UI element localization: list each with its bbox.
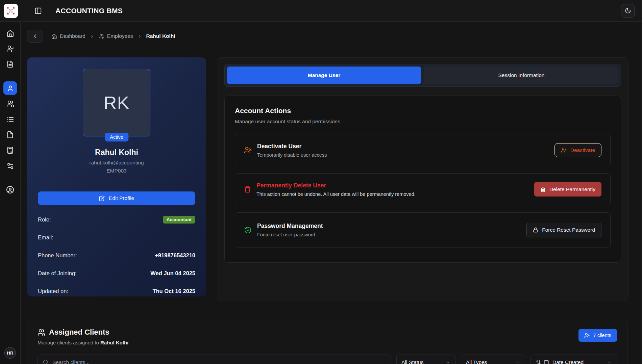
lock-icon (533, 227, 538, 233)
detail-label: Role: (38, 216, 51, 223)
chevron-right-icon (137, 34, 142, 39)
action-title: Permanently Delete User (256, 182, 416, 189)
chevron-down-icon (515, 360, 520, 364)
employee-profile-card: RK Active Rahul Kolhi rahul.kolhi@accoun… (27, 57, 206, 296)
user-x-icon (244, 146, 252, 154)
user-icon (6, 84, 14, 92)
client-search-input[interactable] (52, 359, 386, 364)
action-row-deactivate: Deactivate User Temporarily disable user… (235, 134, 611, 166)
subtitle-prefix: Manage clients assigned to (38, 340, 100, 345)
action-description: Temporarily disable user access (257, 152, 327, 158)
breadcrumb-item-dashboard[interactable]: Dashboard (51, 33, 85, 39)
detail-value: +919876543210 (155, 252, 195, 259)
trash-icon (540, 187, 546, 192)
clients-count-label: 7 clients (593, 333, 611, 338)
detail-label: Date of Joining: (38, 270, 77, 277)
trash-icon (244, 186, 251, 193)
user-check-icon (6, 45, 14, 53)
reset-button-label: Force Reset Password (542, 227, 595, 233)
breadcrumb-label: Employees (107, 33, 133, 39)
manage-user-panel: Manage User Session Information Account … (217, 57, 628, 301)
header-divider (49, 6, 49, 15)
file-text-icon (6, 60, 14, 68)
detail-row-updated-on: Updated on: Thu Oct 16 2025 (38, 287, 195, 295)
status-filter-label: All Status (401, 359, 423, 364)
avatar-initials: RK (103, 92, 129, 113)
deactivate-button[interactable]: Deactivate (554, 143, 601, 157)
top-header: ACCOUNTING BMS (0, 0, 642, 22)
file-icon (6, 131, 14, 138)
breadcrumb-label: Dashboard (60, 33, 85, 39)
edit-icon (99, 196, 105, 201)
app-root: ACCOUNTING BMS (0, 0, 642, 364)
sidebar-toggle-button[interactable] (32, 5, 44, 17)
status-filter-select[interactable]: All Status (396, 355, 455, 364)
action-description: Force reset user password (257, 232, 323, 237)
rotate-ccw-icon (244, 226, 252, 234)
settings-sliders-icon (6, 162, 14, 170)
clients-controls: All Status All Types (38, 355, 617, 364)
sidebar-item-user-active[interactable] (3, 81, 17, 95)
assigned-clients-subtitle: Manage clients assigned to Rahul Kolhi (38, 340, 128, 345)
back-button[interactable] (27, 30, 43, 43)
search-icon (43, 359, 49, 364)
list-icon (6, 115, 14, 123)
action-description: This action cannot be undone. All user d… (256, 191, 416, 197)
app-logo-icon (4, 4, 18, 18)
sidebar-item-users[interactable] (3, 97, 17, 110)
role-badge: Accountant (163, 216, 195, 224)
action-row-password: Password Management Force reset user pas… (235, 212, 611, 248)
tab-session-information[interactable]: Session Information (424, 67, 618, 84)
sidebar-item-file-text[interactable] (3, 57, 17, 71)
sidebar-item-file[interactable] (3, 128, 17, 141)
force-reset-password-button[interactable]: Force Reset Password (526, 223, 601, 237)
chevron-right-icon (90, 34, 95, 39)
home-icon (6, 29, 14, 37)
sidebar-item-settings[interactable] (3, 159, 17, 173)
detail-label: Email: (38, 234, 53, 241)
edit-profile-button[interactable]: Edit Profile (38, 191, 195, 205)
sidebar-item-calculator[interactable] (3, 144, 17, 157)
action-row-delete: Permanently Delete User This action cann… (235, 173, 611, 205)
user-x-icon (561, 147, 567, 153)
detail-row-role: Role: Accountant (38, 215, 195, 224)
type-filter-select[interactable]: All Types (461, 355, 525, 364)
detail-value: Thu Oct 16 2025 (152, 288, 195, 294)
breadcrumb: Dashboard Employees Rahul Kolhi (51, 33, 175, 39)
action-title: Deactivate User (257, 143, 327, 150)
users-icon (99, 33, 104, 39)
action-title: Password Management (257, 223, 323, 230)
home-icon (51, 33, 57, 39)
delete-button-label: Delete Permanently (549, 186, 595, 192)
action-rows: Deactivate User Temporarily disable user… (235, 134, 611, 248)
employee-id: EMP003 (38, 168, 195, 174)
tablist: Manage User Session Information (224, 64, 621, 87)
sort-select[interactable]: Date Created (530, 355, 617, 364)
status-badge: Active (105, 133, 128, 141)
theme-toggle-button[interactable] (621, 4, 635, 18)
sort-select-label: Date Created (552, 359, 584, 364)
edit-profile-label: Edit Profile (109, 195, 134, 201)
user-plus-icon (584, 333, 590, 338)
clients-count-button[interactable]: 7 clients (578, 329, 617, 342)
delete-permanently-button[interactable]: Delete Permanently (534, 182, 601, 197)
user-avatar-hr[interactable]: HR (4, 347, 16, 359)
breadcrumb-row: Dashboard Employees Rahul Kolhi (27, 30, 175, 43)
sidebar-item-account[interactable] (3, 183, 17, 197)
sidebar-item-list[interactable] (3, 112, 17, 126)
detail-row-phone: Phone Number: +919876543210 (38, 251, 195, 260)
assigned-clients-card: Assigned Clients Manage clients assigned… (27, 319, 627, 364)
detail-label: Phone Number: (38, 252, 77, 259)
breadcrumb-item-current: Rahul Kolhi (146, 33, 175, 39)
detail-row-email: Email: (38, 233, 195, 242)
sidebar-item-user-check[interactable] (3, 42, 17, 55)
tab-manage-user[interactable]: Manage User (227, 67, 421, 84)
type-filter-label: All Types (466, 359, 487, 364)
calculator-icon (6, 147, 14, 154)
breadcrumb-item-employees[interactable]: Employees (99, 33, 133, 39)
sidebar-item-home[interactable] (3, 26, 17, 40)
avatar: RK (83, 69, 150, 136)
sidebar-nav: HR (0, 22, 21, 364)
chevron-left-icon (32, 33, 38, 39)
detail-value: Wed Jun 04 2025 (150, 270, 195, 277)
